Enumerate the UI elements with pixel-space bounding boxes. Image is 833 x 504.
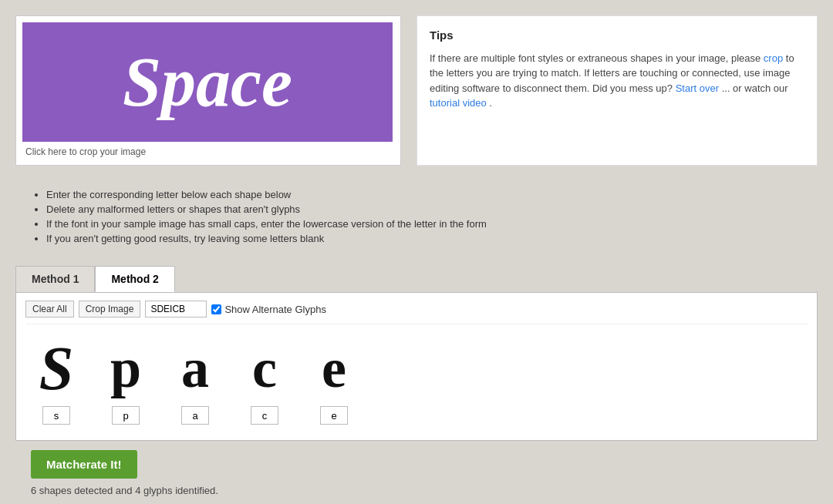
detected-text: 6 shapes detected and 4 glyphs identifie… (31, 485, 802, 496)
glyph-letter-input[interactable] (181, 406, 209, 425)
instructions-list: Enter the corresponding letter below eac… (39, 189, 802, 244)
glyph-code-input[interactable] (145, 301, 207, 318)
tips-text3: ... or watch our (722, 82, 788, 94)
glyph-char: a (181, 334, 209, 403)
tips-box: Tips If there are multiple font styles o… (416, 15, 818, 166)
image-area: Space Click here to crop your image (15, 15, 401, 166)
crop-link[interactable]: crop (764, 52, 783, 64)
glyph-item: c (234, 334, 295, 425)
instruction-item: Enter the corresponding letter below eac… (46, 189, 802, 200)
tab-method2[interactable]: Method 2 (95, 266, 174, 292)
glyphs-row: Space (25, 334, 808, 425)
instruction-item: If the font in your sample image has sma… (46, 218, 802, 230)
glyph-letter-input[interactable] (251, 406, 278, 425)
glyph-item: e (303, 334, 365, 425)
crop-hint[interactable]: Click here to crop your image (22, 142, 394, 159)
main-wrapper: Space Click here to crop your image Tips… (0, 0, 833, 504)
matcherate-section: Matcherate It! 6 shapes detected and 4 g… (15, 441, 818, 499)
crop-image-button[interactable]: Crop Image (79, 301, 141, 318)
tips-period: . (489, 97, 492, 109)
glyph-letter-input[interactable] (112, 406, 140, 425)
uploaded-image-text: Space (123, 42, 292, 122)
instruction-item: If you aren't getting good results, try … (46, 233, 802, 244)
tabs-section: Method 1 Method 2 Clear All Crop Image S… (15, 266, 818, 441)
glyph-char: e (322, 334, 346, 403)
top-section: Space Click here to crop your image Tips… (15, 15, 818, 166)
tips-text1: If there are multiple font styles or ext… (430, 52, 760, 64)
glyph-letter-input[interactable] (320, 406, 348, 425)
start-over-link[interactable]: Start over (676, 82, 719, 94)
clear-all-button[interactable]: Clear All (25, 301, 74, 318)
instructions-section: Enter the corresponding letter below eac… (15, 181, 818, 258)
toolbar: Clear All Crop Image Show Alternate Glyp… (25, 301, 808, 324)
instruction-item: Delete any malformed letters or shapes t… (46, 203, 802, 215)
glyph-item: a (164, 334, 226, 425)
glyph-item: p (95, 334, 157, 425)
tutorial-link[interactable]: tutorial video (430, 97, 487, 109)
uploaded-image[interactable]: Space (22, 22, 393, 142)
show-alternate-glyphs-label: Show Alternate Glyphs (211, 304, 326, 315)
show-alternate-glyphs-text: Show Alternate Glyphs (224, 304, 326, 315)
glyph-char: p (110, 334, 141, 403)
show-alternate-glyphs-checkbox[interactable] (211, 304, 221, 314)
tabs-bar: Method 1 Method 2 (15, 266, 818, 292)
glyph-char: c (252, 334, 277, 403)
matcherate-button[interactable]: Matcherate It! (31, 450, 137, 479)
glyph-letter-input[interactable] (42, 406, 70, 425)
tips-title: Tips (430, 27, 804, 45)
method-panel: Clear All Crop Image Show Alternate Glyp… (15, 292, 818, 441)
glyph-item: S (25, 334, 87, 425)
glyph-char: S (39, 334, 74, 403)
tab-method1[interactable]: Method 1 (15, 266, 95, 292)
tips-body: If there are multiple font styles or ext… (430, 51, 804, 111)
